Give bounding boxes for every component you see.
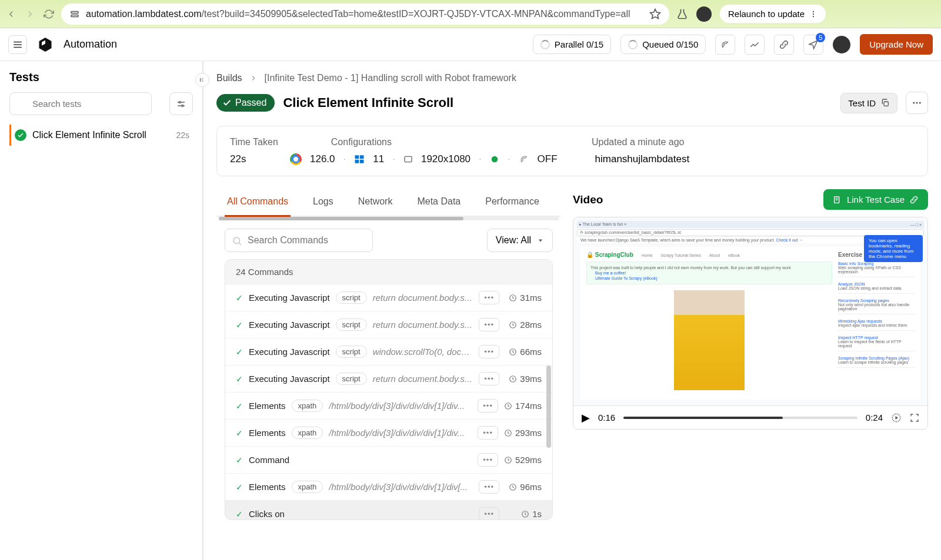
main-content: Builds [Infinite Test Demo - 1] Handling…	[203, 61, 941, 560]
svg-rect-20	[355, 155, 359, 159]
tab-logs[interactable]: Logs	[311, 189, 336, 217]
status-badge: Passed	[216, 94, 275, 112]
parallel-status[interactable]: Parallel 0/15	[533, 35, 611, 54]
tabs: All Commands Logs Network Meta Data Perf…	[216, 189, 561, 217]
search-tests-input[interactable]	[9, 92, 152, 115]
forward-icon	[25, 9, 35, 19]
search-commands-input[interactable]	[225, 229, 373, 252]
svg-point-14	[179, 101, 181, 103]
notification-badge: 5	[816, 33, 825, 42]
svg-point-19	[919, 102, 921, 104]
command-name: Clicks on	[249, 509, 285, 519]
command-row[interactable]: ✓Executing Javascriptscriptreturn docume…	[225, 311, 552, 338]
upgrade-button[interactable]: Upgrade Now	[860, 34, 933, 55]
accelerator-icon[interactable]	[715, 35, 735, 55]
playback-speed-icon[interactable]	[891, 413, 902, 423]
fullscreen-icon[interactable]	[910, 413, 919, 422]
tab-performance[interactable]: Performance	[483, 189, 542, 217]
svg-rect-1	[71, 15, 78, 16]
command-row[interactable]: ✓Executing Javascriptscriptreturn docume…	[225, 365, 552, 393]
command-row[interactable]: ✓Executing Javascriptscriptwindow.scroll…	[225, 338, 552, 365]
test-id-button[interactable]: Test ID	[840, 93, 897, 113]
command-more-icon[interactable]: •••	[479, 507, 499, 519]
command-more-icon[interactable]: •••	[479, 318, 499, 331]
svg-marker-42	[896, 416, 899, 420]
command-time: 39ms	[505, 374, 542, 384]
command-more-icon[interactable]: •••	[479, 345, 499, 358]
notifications-icon[interactable]: 5	[803, 35, 823, 55]
filter-button[interactable]	[169, 92, 193, 115]
hamburger-menu[interactable]	[8, 35, 27, 54]
back-icon[interactable]	[6, 9, 16, 19]
check-icon: ✓	[236, 509, 243, 519]
labs-icon[interactable]	[676, 8, 688, 20]
integrations-icon[interactable]	[774, 35, 794, 55]
command-name: Executing Javascript	[249, 293, 330, 303]
command-tag: xpath	[292, 400, 323, 412]
tests-sidebar: Tests Click Element Infinite Scroll 22s	[0, 61, 203, 560]
link-test-case-button[interactable]: Link Test Case	[823, 189, 928, 210]
bookmark-icon[interactable]	[649, 8, 661, 20]
command-more-icon[interactable]: •••	[478, 399, 498, 413]
video-title: Video	[573, 193, 816, 206]
accel-icon	[519, 154, 529, 165]
play-button[interactable]: ▶	[582, 411, 590, 424]
command-tag: xpath	[292, 481, 323, 493]
view-dropdown[interactable]: View: All	[487, 229, 553, 252]
tab-meta-data[interactable]: Meta Data	[415, 189, 463, 217]
breadcrumb-root[interactable]: Builds	[216, 73, 242, 83]
more-actions-button[interactable]	[906, 92, 928, 114]
analytics-icon[interactable]	[745, 35, 765, 55]
info-accel: OFF	[538, 153, 558, 165]
sidebar-title: Tests	[9, 71, 193, 84]
command-row[interactable]: ✓Command•••529ms	[225, 447, 552, 474]
command-time: 529ms	[504, 455, 542, 465]
svg-rect-21	[360, 155, 364, 159]
command-more-icon[interactable]: •••	[478, 453, 498, 467]
tab-network[interactable]: Network	[356, 189, 395, 217]
test-item[interactable]: Click Element Infinite Scroll 22s	[9, 125, 193, 146]
command-more-icon[interactable]: •••	[479, 480, 499, 494]
check-icon: ✓	[236, 347, 243, 357]
lambdatest-logo-icon[interactable]	[36, 36, 54, 53]
tab-scrollbar[interactable]	[219, 217, 559, 220]
user-avatar[interactable]	[833, 36, 850, 53]
command-time: 293ms	[504, 428, 542, 438]
info-resolution: 1920x1080	[421, 153, 470, 165]
commands-scrollbar[interactable]	[546, 365, 551, 448]
status-green-icon	[490, 155, 499, 164]
command-row[interactable]: ✓Clicks on•••1s	[225, 501, 552, 519]
tab-all-commands[interactable]: All Commands	[225, 189, 291, 217]
command-name: Executing Javascript	[249, 374, 330, 384]
queued-status[interactable]: Queued 0/150	[620, 35, 706, 54]
command-row[interactable]: ✓Elementsxpath/html/body/div[3]/div/div/…	[225, 393, 552, 420]
svg-point-15	[182, 105, 183, 106]
command-tag: script	[336, 373, 367, 385]
command-param: /html/body/div[3]/div/div/div[1]/div...	[329, 401, 472, 411]
commands-panel: All Commands Logs Network Meta Data Perf…	[216, 189, 561, 520]
windows-icon	[354, 154, 365, 165]
command-more-icon[interactable]: •••	[479, 291, 499, 304]
command-tag: xpath	[292, 427, 323, 439]
breadcrumb-current: [Infinite Test Demo - 1] Handling scroll…	[265, 73, 516, 83]
command-time: 1s	[505, 509, 542, 519]
test-item-time: 22s	[176, 130, 189, 140]
collapse-sidebar-icon[interactable]	[195, 73, 209, 87]
browser-chrome: automation.lambdatest.com/test?build=345…	[0, 0, 941, 28]
command-row[interactable]: ✓Executing Javascriptscriptreturn docume…	[225, 284, 552, 311]
link-icon	[909, 195, 919, 204]
command-row[interactable]: ✓Elementsxpath/html/body/div[3]/div/div/…	[225, 474, 552, 501]
command-row[interactable]: ✓Elementsxpath/html/body/div[3]/div/div/…	[225, 420, 552, 447]
reload-icon[interactable]	[44, 9, 54, 19]
browser-right-controls: Relaunch to update	[676, 5, 826, 23]
relaunch-button[interactable]: Relaunch to update	[720, 5, 826, 23]
command-more-icon[interactable]: •••	[479, 372, 499, 385]
command-param: return document.body.s...	[373, 374, 473, 384]
site-settings-icon[interactable]	[69, 9, 80, 19]
chrome-icon	[290, 153, 302, 165]
video-progress[interactable]	[623, 417, 857, 419]
status-passed-icon	[15, 129, 26, 141]
command-more-icon[interactable]: •••	[478, 426, 498, 440]
url-bar[interactable]: automation.lambdatest.com/test?build=345…	[61, 4, 669, 25]
profile-avatar-icon[interactable]	[696, 6, 712, 22]
